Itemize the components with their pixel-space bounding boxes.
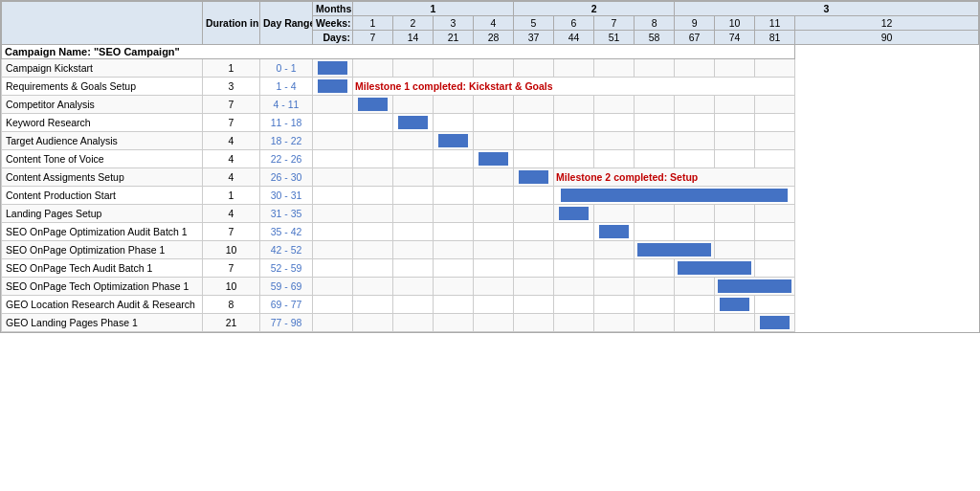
gantt-empty-cell [353,187,393,205]
gantt-empty-cell [715,114,755,132]
gantt-empty-cell [474,205,514,223]
gantt-empty-cell [755,150,795,168]
gantt-empty-cell [715,241,755,259]
gantt-empty-cell [755,114,795,132]
gantt-empty-cell [313,314,353,332]
gantt-empty-cell [554,241,594,259]
gantt-empty-cell [474,223,514,241]
task-row: Content Production Start130 - 31 [2,187,979,205]
gantt-empty-cell [313,278,353,296]
gantt-empty-cell [393,187,434,205]
day-58: 58 [635,31,675,45]
gantt-empty-cell [353,278,393,296]
gantt-empty-cell [353,132,393,150]
gantt-empty-cell [755,205,795,223]
gantt-empty-cell [434,150,474,168]
gantt-empty-cell [554,150,594,168]
bar-fill [318,79,347,93]
task-row: Landing Pages Setup431 - 35 [2,205,979,223]
gantt-empty-cell [474,241,514,259]
gantt-empty-cell [434,205,474,223]
bar-fill [358,98,388,111]
gantt-empty-cell [594,241,635,259]
gantt-empty-cell [675,205,715,223]
day-67: 67 [675,31,715,45]
gantt-empty-cell [474,296,514,314]
task-name: Requirements & Goals Setup [2,78,203,96]
gantt-empty-cell [755,296,795,314]
gantt-empty-cell [434,96,474,114]
gantt-empty-cell [353,205,393,223]
task-day-range: 42 - 52 [260,241,313,259]
gantt-empty-cell [514,296,554,314]
day-51: 51 [594,31,635,45]
week-10: 10 [715,16,755,31]
gantt-empty-cell [353,223,393,241]
gantt-bar-cell [715,278,795,296]
gantt-empty-cell [434,314,474,332]
gantt-bar-cell [474,150,514,168]
bar-fill [318,61,347,75]
gantt-empty-cell [313,205,353,223]
gantt-empty-cell [474,259,514,278]
task-name: Content Assigments Setup [2,168,203,187]
task-duration: 10 [203,241,260,259]
gantt-empty-cell [434,259,474,278]
task-day-range: 59 - 69 [260,278,313,296]
task-row: SEO OnPage Tech Audit Batch 1752 - 59 [2,259,979,278]
gantt-empty-cell [594,96,635,114]
month-2: 2 [514,2,675,16]
gantt-empty-cell [313,223,353,241]
gantt-empty-cell [514,150,554,168]
gantt-empty-cell [313,187,353,205]
gantt-empty-cell [434,59,474,78]
gantt-empty-cell [474,278,514,296]
gantt-empty-cell [393,278,434,296]
gantt-empty-cell [514,278,554,296]
task-row: SEO OnPage Optimization Audit Batch 1735… [2,223,979,241]
task-duration: 8 [203,296,260,314]
gantt-empty-cell [715,314,755,332]
task-day-range: 0 - 1 [260,59,313,78]
week-7: 7 [594,16,635,31]
week-8: 8 [635,16,675,31]
bar-fill [561,189,788,202]
gantt-empty-cell [474,187,514,205]
task-name: GEO Landing Pages Phase 1 [2,314,203,332]
gantt-empty-cell [353,114,393,132]
task-name: SEO OnPage Optimization Audit Batch 1 [2,223,203,241]
gantt-bar-cell [313,78,353,96]
task-duration: 21 [203,314,260,332]
gantt-empty-cell [393,223,434,241]
gantt-empty-cell [434,223,474,241]
gantt-empty-cell [393,96,434,114]
gantt-empty-cell [313,168,353,187]
bar-fill [720,298,749,311]
gantt-empty-cell [635,296,675,314]
gantt-empty-cell [715,59,755,78]
gantt-empty-cell [474,59,514,78]
gantt-empty-cell [594,314,635,332]
gantt-empty-cell [393,241,434,259]
gantt-empty-cell [594,59,635,78]
gantt-bar-cell [514,168,554,187]
gantt-empty-cell [554,96,594,114]
task-name: GEO Location Research Audit & Research [2,296,203,314]
task-row: Competitor Analysis74 - 11 [2,96,979,114]
task-day-range: 69 - 77 [260,296,313,314]
gantt-bar-cell [715,296,755,314]
gantt-empty-cell [594,132,635,150]
gantt-empty-cell [715,96,755,114]
bar-fill [599,225,629,238]
gantt-empty-cell [554,114,594,132]
gantt-empty-cell [755,259,795,278]
day-range-header: Day Range [260,2,313,45]
gantt-empty-cell [313,296,353,314]
gantt-empty-cell [594,114,635,132]
task-row: SEO OnPage Optimization Phase 11042 - 52 [2,241,979,259]
gantt-empty-cell [353,296,393,314]
gantt-empty-cell [514,114,554,132]
bar-fill [718,279,791,293]
bar-fill [637,243,711,257]
gantt-empty-cell [635,59,675,78]
